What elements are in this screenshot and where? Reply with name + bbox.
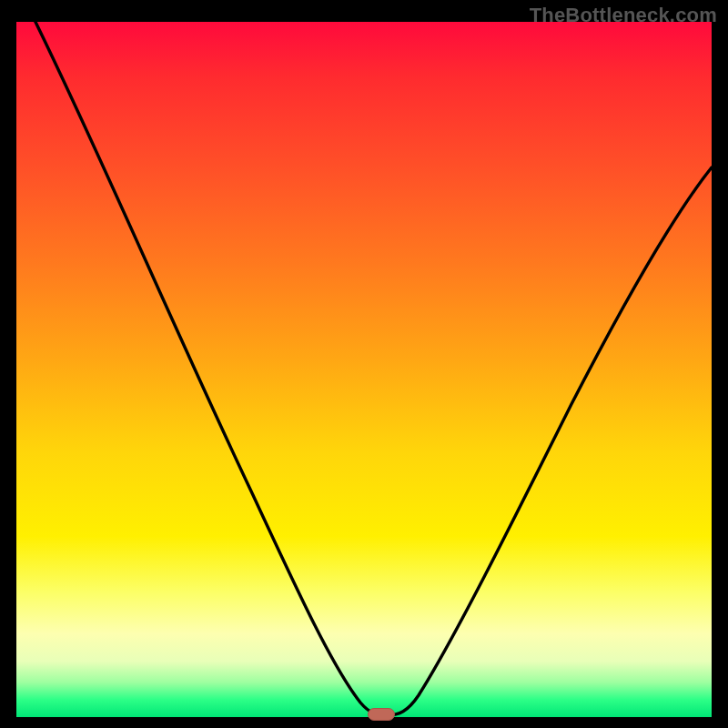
plot-area (16, 22, 712, 717)
chart-frame: TheBottleneck.com (0, 0, 728, 728)
curve-layer (16, 22, 712, 717)
bottleneck-curve (33, 22, 712, 715)
minimum-marker (368, 708, 395, 721)
watermark-label: TheBottleneck.com (530, 4, 717, 27)
